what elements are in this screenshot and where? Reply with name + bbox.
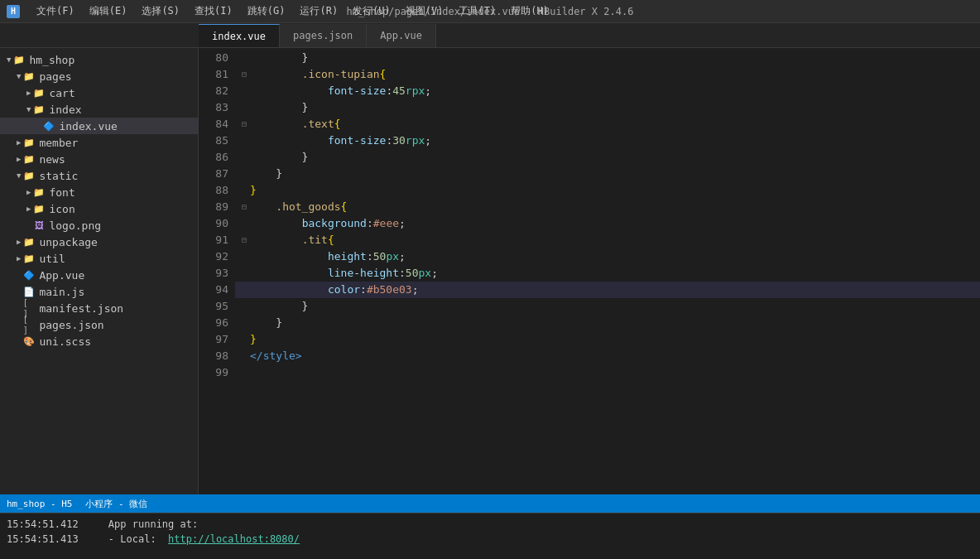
- sidebar-item-pages-json[interactable]: ▶ [ ] pages.json: [0, 316, 198, 333]
- sidebar-item-logo-png[interactable]: ▶ 🖼 logo.png: [0, 217, 198, 234]
- terminal-output: 15:54:51.412 App running at: 15:54:51.41…: [7, 517, 776, 559]
- code-line-88: }: [235, 182, 980, 199]
- code-content[interactable]: } ⊟ .icon-tupian{ font-size: 45rpx;: [235, 48, 980, 494]
- sidebar-item-index-folder[interactable]: ▼ 📁 index: [0, 101, 198, 118]
- code-line-85: font-size: 30rpx;: [235, 133, 980, 149]
- code-line-81: ⊟ .icon-tupian{: [235, 66, 980, 83]
- menu-run[interactable]: 运行(R): [293, 2, 344, 20]
- menu-file[interactable]: 文件(F): [30, 2, 81, 20]
- code-line-96: }: [235, 315, 980, 331]
- tab-index-vue[interactable]: index.vue: [199, 24, 280, 47]
- sidebar-item-index-vue[interactable]: ▶ 🔷 index.vue: [0, 118, 198, 134]
- file-explorer: ▼ 📁 hm_shop ▼ 📁 pages ▶ 📁 cart ▼ 📁 index…: [0, 48, 199, 494]
- terminal-panel: 15:54:51.412 App running at: 15:54:51.41…: [0, 513, 980, 559]
- sidebar-item-icon[interactable]: ▶ 📁 icon: [0, 200, 198, 217]
- sidebar-item-static[interactable]: ▼ 📁 static: [0, 167, 198, 184]
- sidebar-item-font[interactable]: ▶ 📁 font: [0, 184, 198, 200]
- sidebar-item-uni-scss[interactable]: ▶ 🎨 uni.scss: [0, 333, 198, 349]
- title-bar: H 文件(F) 编辑(E) 选择(S) 查找(I) 跳转(G) 运行(R) 发行…: [0, 0, 980, 23]
- menu-select[interactable]: 选择(S): [135, 2, 186, 20]
- code-line-98: </style>: [235, 348, 980, 364]
- code-line-93: line-height: 50px;: [235, 265, 980, 282]
- menu-jump[interactable]: 跳转(G): [241, 2, 292, 20]
- terminal-line1: 15:54:51.412 App running at:: [7, 517, 776, 532]
- sidebar-item-pages[interactable]: ▼ 📁 pages: [0, 68, 198, 84]
- code-line-91: ⊟ .tit{: [235, 232, 980, 248]
- menu-find[interactable]: 查找(I): [188, 2, 239, 20]
- code-line-87: }: [235, 166, 980, 182]
- code-line-95: }: [235, 298, 980, 315]
- code-line-86: }: [235, 149, 980, 166]
- terminal-line2: 15:54:51.413 - Local: http://localhost:8…: [7, 532, 776, 547]
- sidebar-item-unpackage[interactable]: ▶ 📁 unpackage: [0, 234, 198, 250]
- sidebar-item-cart[interactable]: ▶ 📁 cart: [0, 84, 198, 101]
- line-numbers: 80 81 82 83 84 85 86 87 88 89 90 91 92 9…: [199, 48, 235, 494]
- code-line-94: color: #b50e03;: [235, 282, 980, 298]
- code-line-92: height: 50px;: [235, 248, 980, 265]
- status-bar: hm_shop - H5 小程序 - 微信: [0, 494, 980, 513]
- sidebar-item-news[interactable]: ▶ 📁 news: [0, 151, 198, 167]
- sidebar-item-hm-shop[interactable]: ▼ 📁 hm_shop: [0, 51, 198, 68]
- sidebar-item-util[interactable]: ▶ 📁 util: [0, 250, 198, 267]
- code-editor[interactable]: 80 81 82 83 84 85 86 87 88 89 90 91 92 9…: [199, 48, 980, 494]
- status-platform: 小程序 - 微信: [85, 498, 147, 510]
- main-layout: ▼ 📁 hm_shop ▼ 📁 pages ▶ 📁 cart ▼ 📁 index…: [0, 48, 980, 494]
- sidebar-item-member[interactable]: ▶ 📁 member: [0, 134, 198, 151]
- code-line-90: background: #eee;: [235, 215, 980, 232]
- tabs-bar: index.vue pages.json App.vue: [0, 23, 980, 48]
- menu-edit[interactable]: 编辑(E): [83, 2, 134, 20]
- sidebar-item-app-vue[interactable]: ▶ 🔷 App.vue: [0, 267, 198, 283]
- tab-pages-json[interactable]: pages.json: [280, 24, 367, 47]
- status-project: hm_shop - H5: [7, 499, 72, 509]
- code-line-99: [235, 364, 980, 381]
- terminal-localhost-link[interactable]: http://localhost:8080/: [168, 533, 300, 545]
- code-line-82: font-size: 45rpx;: [235, 83, 980, 99]
- code-line-97: }: [235, 331, 980, 348]
- app-logo: H: [7, 5, 20, 18]
- code-line-84: ⊟ .text{: [235, 116, 980, 133]
- code-line-80: }: [235, 50, 980, 66]
- code-line-89: ⊟ .hot_goods {: [235, 199, 980, 215]
- code-line-83: }: [235, 99, 980, 116]
- window-title: hm_shop/pages/index/index.vue - HBuilder…: [347, 6, 634, 17]
- tab-app-vue[interactable]: App.vue: [367, 24, 436, 47]
